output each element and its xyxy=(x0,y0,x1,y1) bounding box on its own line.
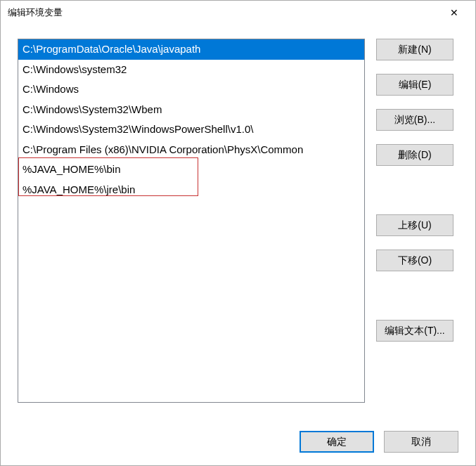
list-item[interactable]: C:\Windows\System32\WindowsPowerShell\v1… xyxy=(18,119,364,140)
titlebar: 编辑环境变量 ✕ xyxy=(1,1,475,25)
list-item[interactable]: %JAVA_HOME%\bin xyxy=(18,160,364,180)
browse-button[interactable]: 浏览(B)... xyxy=(376,109,454,131)
path-list[interactable]: C:\ProgramData\Oracle\Java\javapathC:\Wi… xyxy=(18,39,365,403)
dialog-footer: 确定 取消 xyxy=(18,417,458,453)
window-title: 编辑环境变量 xyxy=(8,6,63,19)
list-item[interactable]: C:\ProgramData\Oracle\Java\javapath xyxy=(18,39,364,60)
edittext-button[interactable]: 编辑文本(T)... xyxy=(376,320,454,342)
list-item[interactable]: C:\Program Files (x86)\NVIDIA Corporatio… xyxy=(18,140,364,160)
movedown-button[interactable]: 下移(O) xyxy=(376,250,454,271)
list-item[interactable]: C:\Windows\system32 xyxy=(18,60,364,80)
dialog-body: C:\ProgramData\Oracle\Java\javapathC:\Wi… xyxy=(1,25,475,465)
ok-button[interactable]: 确定 xyxy=(300,431,374,453)
list-item[interactable]: C:\Windows\System32\Wbem xyxy=(18,100,364,120)
cancel-button[interactable]: 取消 xyxy=(384,431,458,453)
main-row: C:\ProgramData\Oracle\Java\javapathC:\Wi… xyxy=(18,39,458,417)
moveup-button[interactable]: 上移(U) xyxy=(376,214,454,236)
delete-button[interactable]: 删除(D) xyxy=(376,144,454,166)
new-button[interactable]: 新建(N) xyxy=(376,39,454,60)
edit-environment-variable-dialog: 编辑环境变量 ✕ C:\ProgramData\Oracle\Java\java… xyxy=(0,0,476,466)
list-item[interactable]: C:\Windows xyxy=(18,79,364,100)
close-icon: ✕ xyxy=(450,8,458,18)
side-button-column: 新建(N) 编辑(E) 浏览(B)... 删除(D) 上移(U) 下移(O) 编… xyxy=(376,39,454,417)
list-item[interactable]: %JAVA_HOME%\jre\bin xyxy=(18,180,364,200)
close-button[interactable]: ✕ xyxy=(439,1,470,25)
edit-button[interactable]: 编辑(E) xyxy=(376,74,454,96)
